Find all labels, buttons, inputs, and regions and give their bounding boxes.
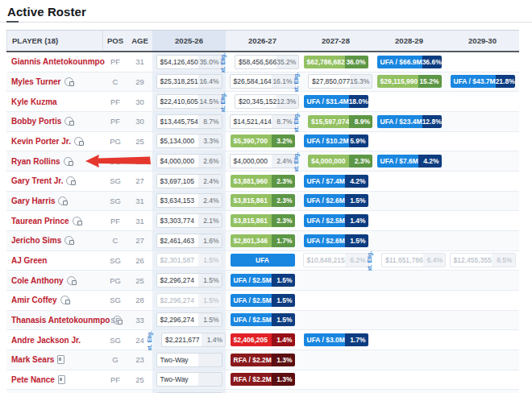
cell-value: $58,456,566 [235, 56, 276, 68]
bird-rights-icon[interactable] [73, 217, 81, 225]
cell-percent: 1.7% [272, 234, 295, 247]
player-name-link[interactable]: Giannis Antetokounmpo [11, 57, 105, 66]
salary-cell: $3,634,1532.4% [152, 192, 226, 211]
cell-value: $5,134,000 [157, 134, 198, 147]
salary-cell: $54,126,45035.0% [152, 52, 226, 72]
salary-cell [446, 52, 519, 72]
table-row: Myles TurnerC29$25,318,25116.4%$26,584,1… [6, 72, 519, 93]
ufa-cell: UFA [231, 254, 295, 267]
cell-value: $2,296,274 [157, 313, 198, 326]
cell-percent: 1.4% [345, 214, 368, 227]
position-cell: C [103, 77, 127, 86]
bird-rights-icon[interactable] [74, 137, 83, 146]
cell-percent: 2.4% [272, 155, 295, 168]
bird-rights-icon[interactable] [64, 157, 73, 166]
bird-rights-icon[interactable] [64, 236, 73, 245]
cell-value: $62,786,682 [304, 56, 345, 68]
salary-cell: UFA / $2.6M1.5% [299, 231, 372, 250]
salary-cell: $25,318,25116.4% [152, 72, 226, 92]
position-cell: PF [103, 57, 127, 66]
col-header-2027-28[interactable]: 2027-28 [299, 31, 372, 51]
col-header-2025-26[interactable]: 2025-26 [152, 31, 226, 51]
position-cell: SG [103, 256, 127, 265]
cell-percent: 16.4% [198, 75, 222, 88]
player-name-link[interactable]: Ryan Rollins [11, 157, 60, 166]
cell-percent: 2.1% [198, 214, 222, 227]
salary-box: $58,456,56635.2% [235, 55, 299, 69]
col-header-2029-30[interactable]: 2029-30 [446, 31, 519, 51]
cell-percent: 6.2% [345, 254, 368, 267]
table-body: Giannis AntetokounmpoPF31$54,126,45035.0… [6, 52, 519, 393]
player-name-link[interactable]: Gary Trent Jr. [11, 176, 63, 185]
col-header-player[interactable]: PLAYER (18) [6, 31, 103, 51]
cell-percent: 1.4% [272, 333, 295, 346]
salary-box: $3,881,9602.3% [231, 175, 295, 188]
salary-cell [299, 271, 372, 290]
player-cell: Giannis Antetokounmpo [6, 57, 103, 66]
col-header-2026-27[interactable]: 2026-27 [226, 31, 299, 51]
salary-cell: $62,786,68236.0% [299, 52, 372, 72]
cell-percent: 2.3% [272, 194, 295, 207]
cell-value: UFA / $23.4M [377, 115, 422, 128]
player-name-link[interactable]: AJ Green [11, 256, 47, 265]
age-cell: 31 [127, 57, 152, 66]
salary-cell: Ext. Elig.$2,221,6771.4% [152, 330, 226, 350]
salary-box: $2,461,4631.6% [156, 234, 222, 248]
bird-rights-icon[interactable] [113, 316, 122, 325]
player-name-link[interactable]: Mark Sears [11, 355, 54, 364]
col-header-2028-29[interactable]: 2028-29 [372, 31, 446, 51]
cell-percent: 1.5% [198, 274, 222, 287]
cell-percent: 15.2% [418, 75, 442, 88]
position-cell: SG [103, 296, 127, 304]
bird-rights-icon[interactable] [58, 196, 67, 205]
player-name-link[interactable]: Thanasis Antetokounmpo [11, 316, 110, 325]
position-cell: SG [103, 196, 127, 205]
bird-rights-icon[interactable] [64, 117, 73, 126]
table-row: Bobby PortisPF30$13,445,7548.7%$14,521,4… [6, 112, 519, 132]
player-name-link[interactable]: Gary Harris [11, 196, 55, 205]
cell-percent: 1.4% [202, 333, 225, 346]
col-header-pos[interactable]: POS [103, 31, 127, 51]
salary-cell: $26,584,16416.1% [226, 72, 299, 92]
salary-cell [446, 92, 519, 111]
player-name-link[interactable]: Bobby Portis [11, 117, 61, 126]
two-way-contract-icon[interactable] [58, 375, 65, 384]
cell-value: $11,651,786 [382, 254, 423, 267]
cell-percent: 4.2% [418, 155, 442, 168]
player-name-link[interactable]: Cole Anthony [11, 276, 64, 285]
bird-rights-icon[interactable] [67, 276, 76, 285]
player-name-link[interactable]: Jericho Sims [11, 236, 61, 245]
salary-cell: $3,815,8612.3% [226, 211, 299, 230]
bird-rights-icon[interactable] [60, 296, 69, 304]
salary-box: UFA / $3.0M1.7% [304, 333, 368, 346]
player-name-link[interactable]: Pete Nance [11, 375, 55, 384]
salary-cell: UFA / $2.6M1.5% [299, 192, 372, 211]
cell-value: RFA / $2.2M [231, 373, 272, 386]
salary-cell: $2,296,2741.5% [152, 311, 226, 330]
salary-cell: $4,000,0002.6% [152, 151, 226, 171]
salary-cell: Ext. Elig.$58,456,56635.2% [226, 52, 299, 72]
col-header-age[interactable]: AGE [127, 31, 152, 51]
player-name-link[interactable]: Kyle Kuzma [11, 97, 57, 106]
salary-cell [446, 132, 519, 151]
salary-box: UFA / $2.5M1.5% [231, 294, 295, 307]
bird-rights-icon[interactable] [66, 176, 75, 185]
salary-cell [446, 291, 519, 310]
salary-cell [372, 211, 446, 230]
salary-box: $27,850,07715.3% [308, 74, 372, 89]
cell-percent: 3.2% [272, 134, 295, 147]
player-name-link[interactable]: Myles Turner [11, 77, 61, 86]
player-name-link[interactable]: Amir Coffey [11, 296, 57, 304]
player-name-link[interactable]: Andre Jackson Jr. [11, 336, 81, 345]
salary-cell [372, 330, 446, 350]
salary-box: RFA / $2.2M1.3% [231, 373, 295, 386]
player-name-link[interactable]: Kevin Porter Jr. [11, 137, 71, 146]
player-cell: Myles Turner [6, 77, 103, 86]
two-way-cell: Two-Way [156, 372, 222, 387]
two-way-contract-icon[interactable] [57, 355, 64, 364]
salary-box: $11,651,7866.4% [381, 253, 446, 267]
salary-cell [446, 350, 519, 370]
table-header-row: PLAYER (18)POSAGE2025-262026-272027-2820… [6, 30, 519, 52]
bird-rights-icon[interactable] [64, 77, 73, 86]
player-name-link[interactable]: Taurean Prince [11, 217, 69, 225]
